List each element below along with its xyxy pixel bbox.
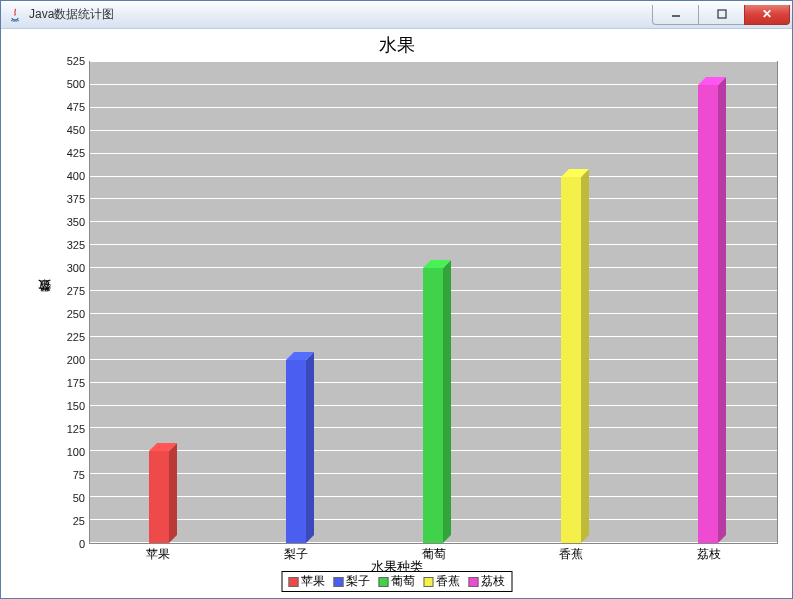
y-tick: 150 <box>55 400 85 412</box>
y-tick: 475 <box>55 101 85 113</box>
window-controls: ✕ <box>652 5 790 25</box>
legend-item: 香蕉 <box>423 573 460 590</box>
legend-label: 香蕉 <box>436 573 460 590</box>
legend-swatch <box>288 577 298 587</box>
y-tick: 525 <box>55 55 85 67</box>
legend-item: 葡萄 <box>378 573 415 590</box>
maximize-button[interactable] <box>698 5 744 25</box>
y-tick: 50 <box>55 492 85 504</box>
close-icon: ✕ <box>762 7 772 21</box>
close-button[interactable]: ✕ <box>744 5 790 25</box>
maximize-icon <box>717 9 727 19</box>
svg-rect-1 <box>718 10 726 18</box>
bar <box>149 451 169 543</box>
y-tick: 400 <box>55 170 85 182</box>
legend: 苹果梨子葡萄香蕉荔枝 <box>281 571 512 592</box>
legend-item: 荔枝 <box>468 573 505 590</box>
bar-slot <box>502 62 639 543</box>
legend-label: 葡萄 <box>391 573 415 590</box>
content-area: 水果 数量 0255075100125150175200225250275300… <box>1 29 792 598</box>
y-tick: 275 <box>55 285 85 297</box>
chart-title: 水果 <box>5 31 788 59</box>
y-tick: 200 <box>55 354 85 366</box>
y-tick: 225 <box>55 331 85 343</box>
y-tick: 500 <box>55 78 85 90</box>
y-axis-ticks: 0255075100125150175200225250275300325350… <box>55 61 89 544</box>
y-tick: 375 <box>55 193 85 205</box>
legend-swatch <box>468 577 478 587</box>
y-axis-label: 数量 <box>33 61 55 544</box>
titlebar[interactable]: Java数据统计图 ✕ <box>1 1 792 29</box>
java-icon <box>7 7 23 23</box>
app-window: Java数据统计图 ✕ 水果 数量 0255075100125150175200… <box>0 0 793 599</box>
bar <box>286 360 306 543</box>
legend-swatch <box>423 577 433 587</box>
bar-slot <box>227 62 364 543</box>
legend-label: 荔枝 <box>481 573 505 590</box>
bar <box>698 85 718 543</box>
minimize-button[interactable] <box>652 5 698 25</box>
bar <box>561 177 581 543</box>
chart-panel: 水果 数量 0255075100125150175200225250275300… <box>5 31 788 594</box>
legend-item: 苹果 <box>288 573 325 590</box>
y-tick: 250 <box>55 308 85 320</box>
y-tick: 325 <box>55 239 85 251</box>
y-tick: 125 <box>55 423 85 435</box>
y-tick: 100 <box>55 446 85 458</box>
legend-label: 苹果 <box>301 573 325 590</box>
plot-container: 数量 0255075100125150175200225250275300325… <box>33 61 778 544</box>
legend-item: 梨子 <box>333 573 370 590</box>
y-tick: 175 <box>55 377 85 389</box>
bar-slot <box>365 62 502 543</box>
y-tick: 450 <box>55 124 85 136</box>
y-tick: 425 <box>55 147 85 159</box>
y-tick: 25 <box>55 515 85 527</box>
minimize-icon <box>671 9 681 19</box>
bar <box>423 268 443 543</box>
legend-swatch <box>378 577 388 587</box>
window-title: Java数据统计图 <box>29 6 114 23</box>
y-tick: 0 <box>55 538 85 550</box>
legend-swatch <box>333 577 343 587</box>
y-tick: 75 <box>55 469 85 481</box>
bar-slot <box>640 62 777 543</box>
y-tick: 350 <box>55 216 85 228</box>
plot-area <box>89 61 778 544</box>
y-tick: 300 <box>55 262 85 274</box>
legend-label: 梨子 <box>346 573 370 590</box>
bar-slot <box>90 62 227 543</box>
